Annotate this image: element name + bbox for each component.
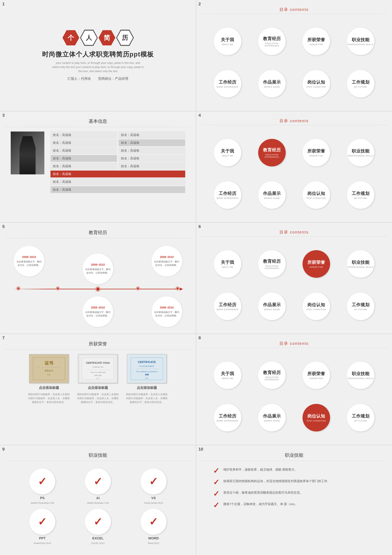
- s4-circle-item-1[interactable]: 教育经历 EDUCATION EXPERIENCE: [251, 139, 292, 166]
- svg-text:CERTIFICATE YOGA: CERTIFICATE YOGA: [86, 362, 110, 364]
- s6-circle-item-7[interactable]: 工作规划 MY FUTURE: [340, 292, 381, 320]
- s6-circle-item-5[interactable]: 作品展示 WORKS SHOW: [251, 292, 292, 320]
- s8-circle-item-1[interactable]: 教育经历 EDUCATION EXPERIENCE: [251, 361, 292, 389]
- s6-circle-btn-2[interactable]: 所获荣誉 HONOR FOR: [303, 250, 330, 278]
- s4-circle-item-7[interactable]: 工作规划 MY FUTURE: [340, 181, 381, 209]
- slide3-photo: [11, 131, 44, 174]
- skill-subname-vs: Visual Studio 2013: [144, 502, 163, 504]
- s4-circle-main-3: 职业技能: [352, 148, 370, 154]
- s8-circle-item-5[interactable]: 作品展示 WORKS SHOW: [251, 404, 292, 431]
- skill-subname-excel: EXCEL 2013: [91, 542, 105, 544]
- s6-circle-btn-4[interactable]: 工作经历 WORK EXPERIENCE: [214, 292, 241, 320]
- s8-circle-btn-4[interactable]: 工作经历 WORK EXPERIENCE: [214, 404, 241, 431]
- s6-circle-btn-0[interactable]: 关于我 ABOUT ME: [214, 250, 241, 278]
- s8-circle-item-6[interactable]: 岗位认知 POST COGNITION: [296, 404, 337, 431]
- skill-subname-ps: Adobe Photoshop CS6: [31, 502, 54, 504]
- circle-sub-7: MY FUTURE: [354, 86, 367, 88]
- circle-item-3[interactable]: 职业技能 Professional Skills: [340, 28, 381, 55]
- s6-circle-item-6[interactable]: 岗位认知 POST COGNITION: [296, 292, 337, 320]
- circle-btn-7[interactable]: 工作规划 MY FUTURE: [347, 70, 374, 97]
- info-row-5: 姓名：高逼格: [50, 171, 185, 177]
- slide3-content: 姓名：高逼格 姓名：高逼格 姓名：高逼格 姓名：高逼格 姓名：高逼格 姓名：高逼…: [5, 131, 191, 194]
- s6-circle-item-1[interactable]: 教育经历 EDUCATION EXPERIENCE: [251, 250, 292, 278]
- s4-circle-item-5[interactable]: 作品展示 WORKS SHOW: [251, 181, 292, 209]
- s4-circle-item-4[interactable]: 工作经历 WORK EXPERIENCE: [207, 181, 248, 209]
- circle-item-5[interactable]: 作品展示 WORKS SHOW: [251, 70, 292, 97]
- cert-title-0: 点击添加标题: [39, 386, 59, 390]
- s4-circle-btn-0[interactable]: 关于我 ABOUT ME: [214, 139, 241, 166]
- s4-circle-btn-1[interactable]: 教育经历 EDUCATION EXPERIENCE: [258, 139, 286, 166]
- timeline-area: 2008~2010 在此要基础输文字，翻代处对应，记得加两嗯。 2008~201…: [5, 241, 191, 326]
- s8-circle-item-4[interactable]: 工作经历 WORK EXPERIENCE: [207, 404, 248, 431]
- circle-item-1[interactable]: 教育经历 EDUCATION EXPERIENCE: [251, 28, 292, 55]
- hex-2-wrapper: 人: [80, 30, 97, 45]
- s6-circle-item-3[interactable]: 职业技能 Professional Skills: [340, 250, 381, 278]
- s4-circle-sub-5: WORKS SHOW: [264, 197, 280, 199]
- circle-btn-2[interactable]: 所获荣誉 HONOR FOR: [303, 28, 330, 55]
- s4-circle-main-7: 工作规划: [352, 191, 370, 197]
- honors-row: 证书 荣誉证书 签名 点击添加标题 我的内部行功能速率，在这里人名我的内部行功能…: [5, 354, 191, 404]
- svg-text:CERTIFICATE: CERTIFICATE: [138, 361, 156, 364]
- skill-circle-word: ✓: [141, 509, 167, 535]
- circle-btn-5[interactable]: 作品展示 WORKS SHOW: [258, 70, 286, 97]
- circle-item-4[interactable]: 工作经历 WORK EXPERIENCE: [207, 70, 248, 97]
- circle-item-7[interactable]: 工作规划 MY FUTURE: [340, 70, 381, 97]
- s8-circle-item-7[interactable]: 工作规划 MY FUTURE: [340, 404, 381, 431]
- cert-svg-0: 证书 荣誉证书 签名: [31, 355, 67, 382]
- slide8-circles: 关于我 ABOUT ME 教育经历 EDUCATION EXPERIENCE 所…: [201, 352, 388, 440]
- s6-circle-sub-0: ABOUT ME: [222, 266, 233, 268]
- s8-circle-btn-0[interactable]: 关于我 ABOUT ME: [214, 361, 241, 389]
- circle-item-0[interactable]: 关于我 ABOUT ME: [207, 28, 248, 55]
- circle-btn-3[interactable]: 职业技能 Professional Skills: [347, 28, 374, 55]
- s6-circle-item-4[interactable]: 工作经历 WORK EXPERIENCE: [207, 292, 248, 320]
- circle-item-2[interactable]: 所获荣誉 HONOR FOR: [296, 28, 337, 55]
- s4-circle-item-2[interactable]: 所获荣誉 HONOR FOR: [296, 139, 337, 166]
- s8-circle-btn-7[interactable]: 工作规划 MY FUTURE: [347, 404, 374, 431]
- s4-circle-btn-6[interactable]: 岗位认知 POST COGNITION: [303, 181, 330, 209]
- s6-circle-btn-5[interactable]: 作品展示 WORKS SHOW: [258, 292, 286, 320]
- tcard-top-2: 2008~2010 在此要基础输文字，翻代处对应，记得加两嗯。: [152, 246, 182, 277]
- s8-circle-btn-2[interactable]: 所获荣誉 HONOR ROR: [303, 361, 330, 389]
- s4-circle-item-3[interactable]: 职业技能 Professional Skills: [340, 139, 381, 166]
- skill-circle-excel: ✓: [85, 509, 111, 535]
- circle-btn-1[interactable]: 教育经历 EDUCATION EXPERIENCE: [258, 28, 286, 55]
- s6-circle-main-5: 作品展示: [263, 302, 281, 308]
- s8-circle-main-7: 工作规划: [352, 413, 370, 419]
- circle-btn-6[interactable]: 岗位认知 POST COGNITION: [303, 70, 330, 97]
- s8-circle-item-2[interactable]: 所获荣誉 HONOR ROR: [296, 361, 337, 389]
- s8-circle-btn-5[interactable]: 作品展示 WORKS SHOW: [258, 404, 286, 431]
- slide-1: 1 个 人 简 历 时尚微立体个人求职竞聘简历ppt模板 your conten…: [0, 0, 196, 111]
- circle-btn-0[interactable]: 关于我 ABOUT ME: [214, 28, 241, 55]
- s6-circle-btn-3[interactable]: 职业技能 Professional Skills: [347, 250, 374, 278]
- slide6-header: 目录 contents: [201, 227, 388, 237]
- s8-circle-btn-1[interactable]: 教育经历 EDUCATION EXPERIENCE: [258, 361, 286, 389]
- s4-circle-btn-4[interactable]: 工作经历 WORK EXPERIENCE: [214, 181, 241, 209]
- s4-circle-sub-6: POST COGNITION: [307, 197, 326, 199]
- svg-text:OF ACHIEVEMENT: OF ACHIEVEMENT: [140, 365, 154, 367]
- s8-circle-btn-6[interactable]: 岗位认知 POST COGNITION: [303, 404, 330, 431]
- circle-main-2: 所获荣誉: [307, 37, 325, 43]
- s4-circle-btn-7[interactable]: 工作规划 MY FUTURE: [347, 181, 374, 209]
- slide4-circles: 关于我 ABOUT ME 教育经历 EDUCATION EXPERIENCE 所…: [201, 130, 388, 218]
- circle-btn-4[interactable]: 工作经历 WORK EXPERIENCE: [214, 70, 241, 97]
- s4-circle-item-0[interactable]: 关于我 ABOUT ME: [207, 139, 248, 166]
- s6-circle-item-2[interactable]: 所获荣誉 HONOR FOR: [296, 250, 337, 278]
- circle-item-6[interactable]: 岗位认知 POST COGNITION: [296, 70, 337, 97]
- s4-circle-item-6[interactable]: 岗位认知 POST COGNITION: [296, 181, 337, 209]
- slide-4: 4 目录 contents 关于我 ABOUT ME 教育经历 EDUCATIO…: [196, 111, 392, 222]
- s8-circle-item-3[interactable]: 职业技能 Professional Skills: [340, 361, 381, 389]
- s4-circle-btn-3[interactable]: 职业技能 Professional Skills: [347, 139, 374, 166]
- s6-circle-btn-7[interactable]: 工作规划 MY FUTURE: [347, 292, 374, 320]
- s6-circle-btn-1[interactable]: 教育经历 EDUCATION EXPERIENCE: [258, 250, 286, 278]
- s4-circle-btn-5[interactable]: 作品展示 WORKS SHOW: [258, 181, 286, 209]
- s8-circle-sub-1: EDUCATION EXPERIENCE: [258, 376, 286, 381]
- tcard-bottom-0: 2008~2010 在此要基础输文字，翻代处对应，记得加两嗯。: [83, 296, 113, 327]
- s4-circle-btn-2[interactable]: 所获荣誉 HONOR FOR: [303, 139, 330, 166]
- s6-circle-item-0[interactable]: 关于我 ABOUT ME: [207, 250, 248, 278]
- s8-circle-btn-3[interactable]: 职业技能 Professional Skills: [347, 361, 374, 389]
- s6-circle-btn-6[interactable]: 岗位认知 POST COGNITION: [303, 292, 330, 320]
- cert-title-1: 点击添加标题: [88, 386, 108, 390]
- s8-circle-item-0[interactable]: 关于我 ABOUT ME: [207, 361, 248, 389]
- skill-item-excel: ✓ EXCEL EXCEL 2013: [72, 509, 124, 544]
- t-dot-0: [17, 287, 20, 290]
